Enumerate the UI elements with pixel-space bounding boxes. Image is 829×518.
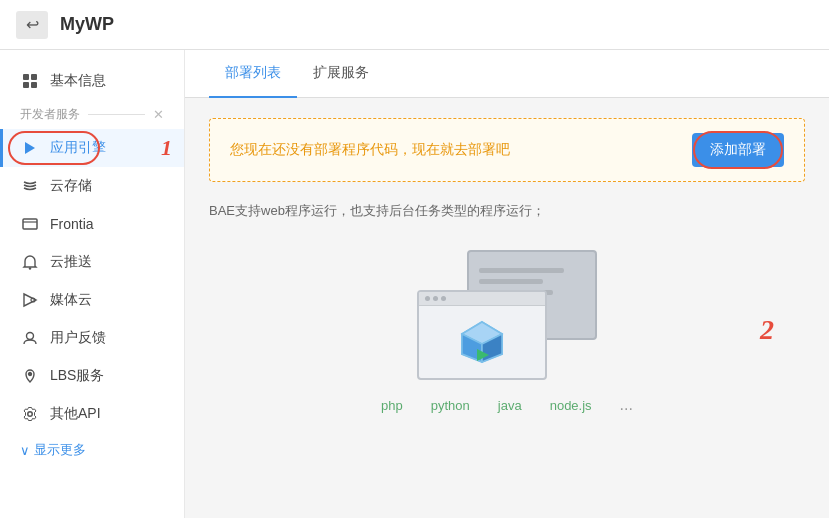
- tech-labels: php python java node.js ...: [381, 396, 633, 414]
- show-more-button[interactable]: ∨ 显示更多: [0, 433, 184, 467]
- main-content: 部署列表 扩展服务 您现在还没有部署程序代码，现在就去部署吧 添加部署 2 BA…: [185, 50, 829, 518]
- svg-point-11: [29, 373, 32, 376]
- chevron-down-icon: ∨: [20, 443, 30, 458]
- sidebar-label: LBS服务: [50, 367, 104, 385]
- illustration-graphic: [417, 250, 597, 380]
- sidebar-label: Frontia: [50, 216, 94, 232]
- window-dot: [441, 296, 446, 301]
- svg-rect-1: [31, 74, 37, 80]
- feedback-icon: [20, 328, 40, 348]
- sidebar-divider: 开发者服务 ✕: [0, 100, 184, 129]
- location-icon: [20, 366, 40, 386]
- show-more-label: 显示更多: [34, 441, 86, 459]
- tech-label-more: ...: [620, 396, 633, 414]
- developer-service-label: 开发者服务: [20, 106, 80, 123]
- add-deploy-wrapper: 添加部署: [692, 133, 784, 167]
- tab-extend-service[interactable]: 扩展服务: [297, 50, 385, 98]
- app-title: MyWP: [60, 14, 114, 35]
- box-icon: [457, 317, 507, 367]
- frontia-icon: [20, 214, 40, 234]
- sidebar-label: 应用引擎: [50, 139, 106, 157]
- description-text: BAE支持web程序运行，也支持后台任务类型的程序运行；: [209, 202, 805, 220]
- back-icon: ↩: [26, 15, 39, 34]
- monitor-line: [479, 279, 543, 284]
- illustration: php python java node.js ...: [209, 240, 805, 424]
- play-icon: [20, 138, 40, 158]
- add-deploy-button[interactable]: 添加部署: [692, 133, 784, 167]
- grid-icon: [20, 71, 40, 91]
- push-icon: [20, 252, 40, 272]
- tab-bar: 部署列表 扩展服务: [185, 50, 829, 98]
- media-icon: [20, 290, 40, 310]
- svg-marker-4: [25, 142, 35, 154]
- tech-label-python: python: [431, 398, 470, 413]
- window-dot: [425, 296, 430, 301]
- sidebar-label: 基本信息: [50, 72, 106, 90]
- sidebar-label: 云存储: [50, 177, 92, 195]
- svg-point-7: [29, 267, 31, 269]
- empty-banner: 您现在还没有部署程序代码，现在就去部署吧 添加部署 2: [209, 118, 805, 182]
- header: ↩ MyWP: [0, 0, 829, 50]
- sidebar-item-cloud-push[interactable]: 云推送: [0, 243, 184, 281]
- tab-deploy-list[interactable]: 部署列表: [209, 50, 297, 98]
- tab-content: 您现在还没有部署程序代码，现在就去部署吧 添加部署 2 BAE支持web程序运行…: [185, 98, 829, 444]
- sidebar-item-user-feedback[interactable]: 用户反馈: [0, 319, 184, 357]
- tech-label-nodejs: node.js: [550, 398, 592, 413]
- svg-rect-3: [31, 82, 37, 88]
- sidebar-label: 云推送: [50, 253, 92, 271]
- box-container: [419, 306, 545, 378]
- gear-icon: [20, 404, 40, 424]
- sidebar-item-media-cloud[interactable]: 媒体云: [0, 281, 184, 319]
- sidebar-item-other-api[interactable]: 其他API: [0, 395, 184, 433]
- sidebar-label: 其他API: [50, 405, 101, 423]
- layers-icon: [20, 176, 40, 196]
- sidebar-item-app-engine[interactable]: 应用引擎 1: [0, 129, 184, 167]
- svg-marker-8: [24, 294, 36, 306]
- sidebar-item-frontia[interactable]: Frontia: [0, 205, 184, 243]
- monitor-front: [417, 290, 547, 380]
- svg-point-10: [27, 333, 34, 340]
- sidebar-label: 媒体云: [50, 291, 92, 309]
- svg-rect-0: [23, 74, 29, 80]
- monitor-line: [479, 268, 564, 273]
- sidebar-item-lbs-service[interactable]: LBS服务: [0, 357, 184, 395]
- svg-rect-5: [23, 219, 37, 229]
- sidebar-item-basic-info[interactable]: 基本信息: [0, 62, 184, 100]
- divider-line: [88, 114, 145, 115]
- divider-close-icon[interactable]: ✕: [153, 107, 164, 122]
- monitor-titlebar: [419, 292, 545, 306]
- annotation-1: 1: [161, 135, 172, 161]
- empty-banner-text: 您现在还没有部署程序代码，现在就去部署吧: [230, 141, 510, 159]
- svg-rect-2: [23, 82, 29, 88]
- sidebar: 基本信息 开发者服务 ✕ 应用引擎 1: [0, 50, 185, 518]
- window-dot: [433, 296, 438, 301]
- tech-label-java: java: [498, 398, 522, 413]
- sidebar-item-cloud-storage[interactable]: 云存储: [0, 167, 184, 205]
- tech-label-php: php: [381, 398, 403, 413]
- back-button[interactable]: ↩: [16, 11, 48, 39]
- main-layout: 基本信息 开发者服务 ✕ 应用引擎 1: [0, 50, 829, 518]
- sidebar-label: 用户反馈: [50, 329, 106, 347]
